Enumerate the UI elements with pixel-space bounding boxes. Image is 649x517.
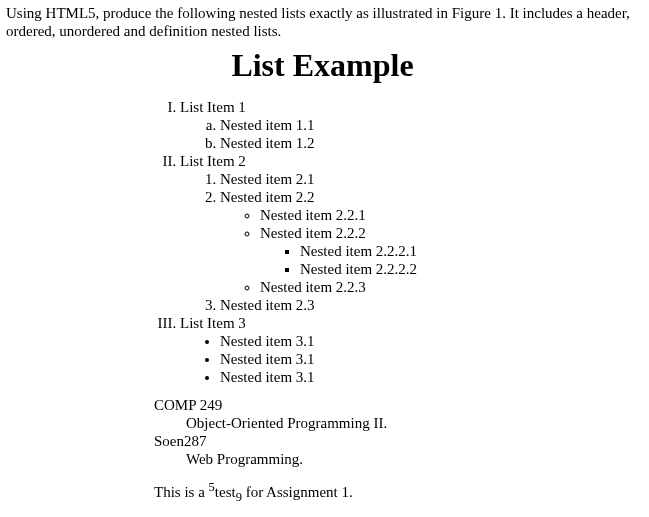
- nested-alpha-list: Nested item 1.1 Nested item 1.2: [180, 116, 639, 152]
- footnote-line: This is a 5test9 for Assignment 1.: [154, 480, 639, 505]
- list-item: Nested item 2.2.2.2: [300, 260, 639, 278]
- footnote-text: test: [215, 484, 236, 500]
- list-item: Nested item 3.1: [220, 332, 639, 350]
- list-item-label: List Item 3: [180, 315, 246, 331]
- nested-disc-list: Nested item 3.1 Nested item 3.1 Nested i…: [180, 332, 639, 386]
- list-item: Nested item 1.1: [220, 116, 639, 134]
- list-item-label: Nested item 2.2.2: [260, 225, 366, 241]
- definition-desc: Web Programming.: [186, 450, 639, 468]
- list-item-label: Nested item 2.2: [220, 189, 315, 205]
- list-item: Nested item 2.1: [220, 170, 639, 188]
- definition-desc: Object-Oriented Programming II.: [186, 414, 639, 432]
- list-item: Nested item 2.2.2 Nested item 2.2.2.1 Ne…: [260, 224, 639, 278]
- nested-square-list: Nested item 2.2.2.1 Nested item 2.2.2.2: [260, 242, 639, 278]
- footnote-text: for Assignment 1.: [242, 484, 353, 500]
- figure-content: List Item 1 Nested item 1.1 Nested item …: [154, 98, 639, 505]
- list-item: Nested item 2.2.2.1: [300, 242, 639, 260]
- instruction-paragraph: Using HTML5, produce the following neste…: [6, 4, 639, 40]
- list-item: List Item 3 Nested item 3.1 Nested item …: [180, 314, 639, 386]
- list-item-label: List Item 1: [180, 99, 246, 115]
- page-title: List Example: [6, 46, 639, 84]
- list-item: List Item 1 Nested item 1.1 Nested item …: [180, 98, 639, 152]
- nested-decimal-list: Nested item 2.1 Nested item 2.2 Nested i…: [180, 170, 639, 314]
- list-item: Nested item 1.2: [220, 134, 639, 152]
- list-item: Nested item 2.2.3: [260, 278, 639, 296]
- list-item: Nested item 2.3: [220, 296, 639, 314]
- list-item: Nested item 3.1: [220, 350, 639, 368]
- nested-circle-list: Nested item 2.2.1 Nested item 2.2.2 Nest…: [220, 206, 639, 296]
- footnote-text: This is a: [154, 484, 209, 500]
- definition-term: Soen287: [154, 432, 639, 450]
- definition-term: COMP 249: [154, 396, 639, 414]
- list-item: List Item 2 Nested item 2.1 Nested item …: [180, 152, 639, 314]
- root-ordered-list: List Item 1 Nested item 1.1 Nested item …: [154, 98, 639, 386]
- list-item: Nested item 2.2 Nested item 2.2.1 Nested…: [220, 188, 639, 296]
- list-item: Nested item 2.2.1: [260, 206, 639, 224]
- definition-list: COMP 249 Object-Oriented Programming II.…: [154, 396, 639, 468]
- list-item: Nested item 3.1: [220, 368, 639, 386]
- list-item-label: List Item 2: [180, 153, 246, 169]
